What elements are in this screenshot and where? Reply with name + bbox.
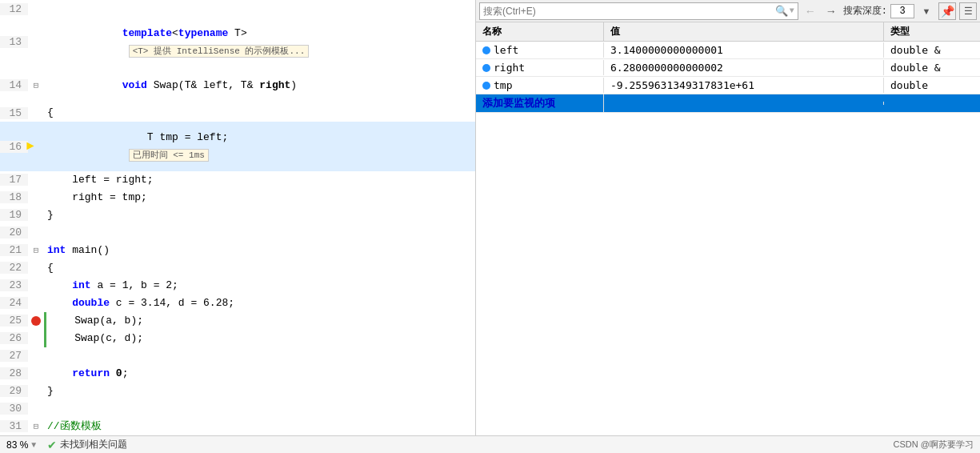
watch-row-left[interactable]: left 3.1400000000000001 double & [476,42,980,59]
watch-dot [482,64,490,72]
watch-type-tmp: double [884,78,980,93]
back-button[interactable]: ← [802,2,819,20]
watch-row-tmp[interactable]: tmp -9.2559631349317831e+61 double [476,77,980,94]
watch-type-right: double & [884,60,980,75]
status-text: 未找到相关问题 [60,438,127,451]
watch-dot [482,82,490,90]
watch-val-tmp: -9.2559631349317831e+61 [604,78,884,93]
collapse-icon-21[interactable]: ⊟ [34,245,39,255]
code-panel: 12 13 template<typename T> <T> 提供 Intell… [0,0,476,435]
code-line-21: 21 ⊟ int main() [0,242,475,259]
header-name: 名称 [476,22,604,41]
code-line-14: 14 ⊟ void Swap(T& left, T& right) [0,67,475,104]
execution-arrow: ► [26,139,34,154]
zoom-value: 83 % [6,439,28,451]
search-dropdown[interactable]: ▼ [790,6,794,15]
watch-toolbar: 🔍 ▼ ← → 搜索深度: 3 ▼ 📌 ☰ [476,0,980,22]
code-line-20: 20 [0,224,475,242]
code-line-16: 16 ► T tmp = left; 已用时间 <= 1ms [0,122,475,171]
pin-button[interactable]: 📌 [938,2,956,20]
depth-value: 3 [890,4,914,18]
intellisense-tooltip: <T> 提供 IntelliSense 的示例模板... [129,45,310,58]
forward-button[interactable]: → [822,2,840,20]
watch-row-right[interactable]: right 6.2800000000000002 double & [476,59,980,77]
status-check: ✔ 未找到相关问题 [47,438,127,451]
check-icon: ✔ [47,439,57,451]
search-box[interactable]: 🔍 ▼ [479,2,798,20]
code-line-17: 17 left = right; [0,171,475,189]
code-line-18: 18 right = tmp; [0,189,475,206]
main-area: 12 13 template<typename T> <T> 提供 Intell… [0,0,980,435]
zoom-control[interactable]: 83 % ▼ [6,439,38,451]
status-bar: 83 % ▼ ✔ 未找到相关问题 CSDN @啊苏要学习 [0,435,980,453]
watch-table: left 3.1400000000000001 double & right 6… [476,42,980,435]
watch-type-left: double & [884,42,980,58]
watch-table-header: 名称 值 类型 [476,22,980,42]
add-watch-label[interactable]: 添加要监视的项 [482,96,555,110]
header-value: 值 [604,22,884,41]
collapse-icon-31[interactable]: ⊟ [34,421,39,431]
search-icon: 🔍 [775,5,788,18]
collapse-icon-14[interactable]: ⊟ [34,80,39,90]
search-input[interactable] [483,6,775,17]
watch-val-right: 6.2800000000000002 [604,60,884,75]
code-line-25: 25 Swap(a, b); [0,312,475,330]
code-line-22: 22 { [0,259,475,277]
watch-panel: 🔍 ▼ ← → 搜索深度: 3 ▼ 📌 ☰ 名称 值 类型 left [476,0,980,435]
watch-val-left: 3.1400000000000001 [604,42,884,58]
zoom-dropdown[interactable]: ▼ [30,440,38,449]
code-line-19: 19 } [0,206,475,224]
time-tooltip: 已用时间 <= 1ms [129,149,209,162]
code-line-29: 29 } [0,383,475,400]
watch-name-tmp: tmp [494,79,512,91]
branding: CSDN @啊苏要学习 [894,439,974,451]
code-line-27: 27 [0,347,475,365]
code-line-31: 31 ⊟ //函数模板 [0,418,475,435]
watch-dot [482,46,490,54]
depth-down-button[interactable]: ▼ [918,2,935,20]
watch-row-add[interactable]: 添加要监视的项 [476,94,980,113]
header-type: 类型 [884,22,980,41]
code-line-23: 23 int a = 1, b = 2; [0,277,475,295]
watch-name-right: right [494,62,525,74]
columns-button[interactable]: ☰ [959,2,977,20]
watch-name-left: left [494,44,518,56]
depth-label: 搜索深度: [843,4,887,18]
code-content: 12 13 template<typename T> <T> 提供 Intell… [0,0,475,435]
code-line-30: 30 [0,400,475,418]
code-line-24: 24 double c = 3.14, d = 6.28; [0,295,475,312]
code-lines: 12 13 template<typename T> <T> 提供 Intell… [0,0,475,435]
code-line-28: 28 return 0; [0,365,475,383]
breakpoint-25[interactable] [31,316,41,326]
code-line-26: 26 Swap(c, d); [0,330,475,347]
